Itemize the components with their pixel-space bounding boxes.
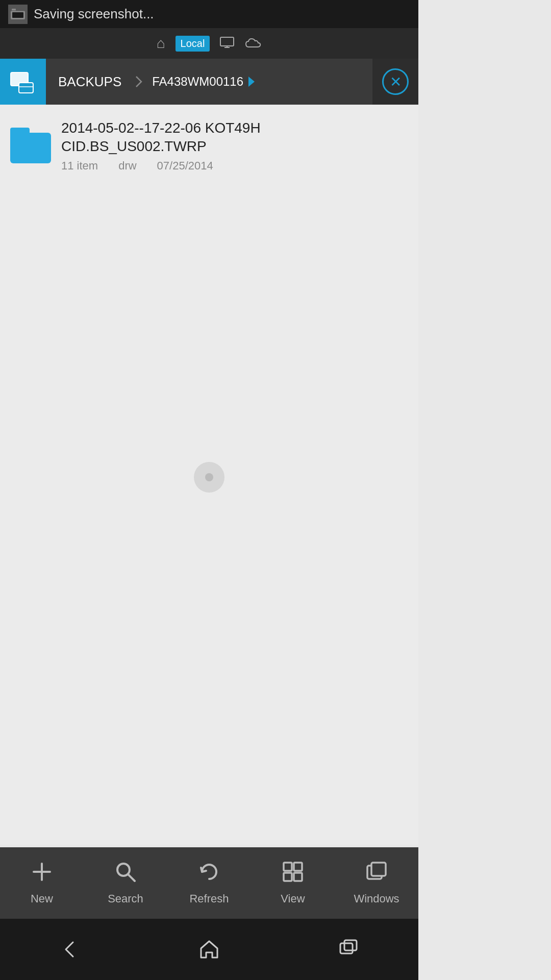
view-label: View bbox=[281, 892, 305, 905]
status-bar: Saving screenshot... bbox=[0, 0, 418, 28]
file-permissions: drw bbox=[118, 159, 136, 173]
recents-button[interactable] bbox=[333, 934, 364, 965]
file-date: 07/25/2014 bbox=[157, 159, 213, 173]
back-button[interactable] bbox=[55, 934, 85, 965]
home-button[interactable] bbox=[194, 934, 224, 965]
refresh-button[interactable]: Refresh bbox=[167, 861, 251, 905]
windows-button[interactable]: Windows bbox=[335, 861, 418, 905]
file-meta: 11 item drw 07/25/2014 bbox=[61, 159, 408, 173]
svg-rect-20 bbox=[371, 863, 386, 876]
cloud-nav-icon[interactable] bbox=[244, 36, 262, 52]
search-icon bbox=[114, 861, 137, 888]
svg-rect-16 bbox=[294, 863, 302, 871]
new-button[interactable]: New bbox=[0, 861, 84, 905]
file-info: 2014-05-02--17-22-06 KOT49H CID.BS_US002… bbox=[61, 119, 408, 173]
breadcrumb-subfolder[interactable]: FA438WM00116 bbox=[144, 75, 263, 89]
file-name: 2014-05-02--17-22-06 KOT49H CID.BS_US002… bbox=[61, 119, 408, 156]
refresh-label: Refresh bbox=[189, 892, 229, 905]
bottom-toolbar: New Search Refresh View bbox=[0, 847, 418, 919]
windows-label: Windows bbox=[354, 892, 399, 905]
location-nav-bar: ⌂ Local bbox=[0, 28, 418, 59]
new-icon bbox=[31, 861, 53, 888]
svg-rect-9 bbox=[19, 83, 33, 93]
globe-icon[interactable] bbox=[0, 59, 46, 105]
loading-indicator bbox=[194, 462, 224, 493]
file-item-count: 11 item bbox=[61, 159, 98, 173]
screenshot-icon bbox=[8, 5, 28, 24]
svg-rect-4 bbox=[220, 37, 234, 46]
svg-rect-1 bbox=[12, 9, 16, 11]
svg-line-14 bbox=[128, 874, 135, 881]
svg-rect-22 bbox=[344, 940, 357, 950]
svg-rect-15 bbox=[284, 863, 292, 871]
svg-rect-17 bbox=[284, 873, 292, 881]
svg-rect-21 bbox=[340, 943, 353, 953]
breadcrumb-items: BACKUPS FA438WM00116 bbox=[46, 59, 372, 105]
folder-icon bbox=[10, 128, 51, 163]
monitor-nav-icon[interactable] bbox=[220, 36, 234, 52]
close-circle-icon: ✕ bbox=[382, 68, 409, 95]
search-button[interactable]: Search bbox=[84, 861, 167, 905]
file-item[interactable]: 2014-05-02--17-22-06 KOT49H CID.BS_US002… bbox=[0, 110, 418, 182]
breadcrumb-backups[interactable]: BACKUPS bbox=[46, 59, 134, 105]
svg-rect-18 bbox=[294, 873, 302, 881]
local-nav-button[interactable]: Local bbox=[176, 36, 210, 52]
search-label: Search bbox=[108, 892, 143, 905]
windows-icon bbox=[365, 861, 388, 888]
breadcrumb-separator-icon bbox=[134, 74, 144, 89]
status-title: Saving screenshot... bbox=[34, 6, 154, 22]
new-label: New bbox=[31, 892, 53, 905]
view-button[interactable]: View bbox=[251, 861, 335, 905]
breadcrumb-arrow-icon bbox=[248, 77, 255, 87]
view-icon bbox=[282, 861, 304, 888]
file-area: 2014-05-02--17-22-06 KOT49H CID.BS_US002… bbox=[0, 105, 418, 845]
svg-rect-2 bbox=[12, 12, 23, 18]
refresh-icon bbox=[198, 861, 220, 888]
breadcrumb-bar: BACKUPS FA438WM00116 ✕ bbox=[0, 59, 418, 105]
breadcrumb-close-button[interactable]: ✕ bbox=[372, 59, 418, 105]
system-nav-bar bbox=[0, 919, 418, 980]
home-nav-icon[interactable]: ⌂ bbox=[157, 35, 165, 52]
